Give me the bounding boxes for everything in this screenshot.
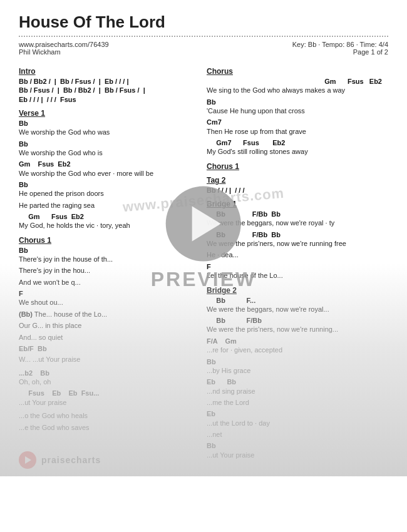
- lyric: ...o the God who heals: [19, 411, 200, 421]
- chord: Bb: [207, 357, 388, 366]
- lyric: ...e the God who saves: [19, 423, 200, 432]
- oh-block-1: ...b2 Bb Oh, oh, oh: [19, 369, 200, 387]
- chorus1-block-8: Eb/F Bb: [19, 344, 200, 353]
- lyric: ...re for · given, accepted: [207, 345, 388, 355]
- lyric: Our G... in this place: [19, 321, 200, 330]
- lyric: ...nd sing praise: [207, 387, 388, 396]
- sing-block-2: ...e the God who saves: [19, 423, 200, 432]
- lyric: He opened the prison doors: [19, 189, 200, 198]
- lyric: (Bb) The... house of the Lo...: [19, 310, 200, 319]
- chord: F/A Gm: [207, 337, 388, 345]
- meta-right: Key: Bb · Tempo: 86 · Time: 4/4 Page 1 o…: [292, 41, 388, 56]
- chord: Bb F/Bb: [207, 316, 388, 325]
- intro-line-3: Eb / / / | / / / Fsus: [19, 95, 200, 104]
- chord: Eb Bb: [207, 377, 388, 386]
- verse1-block-6: Gm Fsus Eb2 My God, he holds the vic · t…: [19, 212, 200, 231]
- chorus-r-block-4: Gm7 Fsus Eb2 My God's still rolling ston…: [207, 138, 388, 157]
- lyric: And we won't be q...: [19, 278, 200, 287]
- divider: [19, 36, 388, 37]
- song-author: Phil Wickham: [19, 48, 109, 56]
- sing-section: ...o the God who heals ...e the God who …: [19, 411, 200, 432]
- lyric: ...ut the Lord to · day: [207, 419, 388, 428]
- chord: Gm Fsus Eb2: [19, 212, 200, 221]
- verse1-block-2: Bb We worship the God who is: [19, 140, 200, 158]
- chord: Bb: [207, 441, 388, 450]
- lyric: We shout ou...: [19, 298, 200, 307]
- tag2-section: Tag 2 Bb / / / | / / /: [207, 176, 388, 195]
- footer-play-button[interactable]: [19, 451, 36, 469]
- oh-section: ...b2 Bb Oh, oh, oh Fsus Eb Eb Fsu... ..…: [19, 369, 200, 407]
- chorus-right-label: Chorus: [207, 67, 388, 76]
- page-number: Page 1 of 2: [353, 48, 388, 56]
- chorus1-block-6: Our G... in this place: [19, 321, 200, 330]
- lyric: We worship the God who ever · more will …: [19, 169, 200, 178]
- page: House Of The Lord www.praisecharts.com/7…: [0, 0, 407, 476]
- verse1-label: Verse 1: [19, 109, 200, 118]
- tag2-label: Tag 2: [207, 176, 388, 185]
- lyric: He parted the raging sea: [19, 201, 200, 210]
- chorus-r-block-2: Bb 'Cause He hung upon that cross: [207, 98, 388, 116]
- song-title: House Of The Lord: [19, 13, 388, 32]
- chorus1-block-2: There's joy in the hou...: [19, 266, 200, 275]
- sing-block-1: ...o the God who heals: [19, 411, 200, 421]
- bridge1-label: Bridge 1: [207, 200, 388, 208]
- oh-block-2: Fsus Eb Eb Fsu... ...ut Your praise: [19, 389, 200, 407]
- bridge1-block-4: F Let the house of the Lo...: [207, 262, 388, 281]
- chord: Fsus Eb Eb Fsu...: [19, 389, 200, 397]
- content-columns: Intro Bb / Bb2 / | Bb / Fsus / | Eb / / …: [19, 62, 388, 464]
- lyric: ...by His grace: [207, 366, 388, 376]
- lyric: We were the beggars, now we're royal...: [207, 305, 388, 314]
- lyric: 'Cause He hung upon that cross: [207, 106, 388, 116]
- chord: F: [207, 262, 388, 271]
- lyric: My God, he holds the vic · tory, yeah: [19, 221, 200, 230]
- chorus1-block-5: (Bb) The... house of the Lo...: [19, 310, 200, 319]
- chorus1-block-4: F We shout ou...: [19, 289, 200, 308]
- lyric: We worship the God who is: [19, 148, 200, 158]
- tag2-line: Bb / / / | / / /: [207, 186, 388, 195]
- bridge2-label: Bridge 2: [207, 286, 388, 295]
- lyric: Oh, oh, oh: [19, 377, 200, 387]
- bridge1-block-1: Bb F/Bb Bb We were the beggars, now we'r…: [207, 210, 388, 228]
- intro-section: Intro Bb / Bb2 / | Bb / Fsus / | Eb / / …: [19, 67, 200, 104]
- chorus1-label: Chorus 1: [19, 236, 200, 245]
- lyric: There's joy in the house of th...: [19, 255, 200, 264]
- lyric: ...ut Your praise: [207, 451, 388, 460]
- chord: Gm Fsus Eb2: [19, 160, 200, 168]
- left-column: Intro Bb / Bb2 / | Bb / Fsus / | Eb / / …: [19, 62, 200, 464]
- chord: Gm7 Fsus Eb2: [207, 138, 388, 147]
- chorus1-section: Chorus 1 Bb There's joy in the house of …: [19, 236, 200, 365]
- bridge2-block-8: ...net: [207, 430, 388, 439]
- verse1-block-5: He parted the raging sea: [19, 201, 200, 210]
- lyric: ...me the Lord: [207, 398, 388, 407]
- lyric: We were the pris'ners, now we're running…: [207, 325, 388, 334]
- lyric: There's joy in the hou...: [19, 266, 200, 275]
- lyric: ...net: [207, 430, 388, 439]
- chord: Bb: [19, 140, 200, 148]
- chorus1-block-1: Bb There's joy in the house of th...: [19, 246, 200, 265]
- lyric: ...ut Your praise: [19, 398, 200, 407]
- footer: praisecharts: [19, 451, 101, 469]
- bridge2-block-4: Bb ...by His grace: [207, 357, 388, 376]
- chord: Cm7: [207, 118, 388, 126]
- chord: ...b2 Bb: [19, 369, 200, 377]
- chord: Gm Fsus Eb2: [207, 77, 388, 86]
- intro-label: Intro: [19, 67, 200, 76]
- verse1-block-1: Bb We worship the God who was: [19, 119, 200, 138]
- chorus1-right-section: Chorus 1: [207, 162, 388, 171]
- bridge1-section: Bridge 1 Bb F/Bb Bb We were the beggars,…: [207, 200, 388, 280]
- chorus-right-section: Chorus Gm Fsus Eb2 We sing to the God wh…: [207, 67, 388, 157]
- right-column: Chorus Gm Fsus Eb2 We sing to the God wh…: [207, 62, 388, 464]
- meta-left: www.praisecharts.com/76439 Phil Wickham: [19, 41, 109, 56]
- chord: Bb: [19, 180, 200, 189]
- lyric: We sing to the God who always makes a wa…: [207, 86, 388, 95]
- chorus1-block-3: And we won't be q...: [19, 278, 200, 287]
- chord: Bb F/Bb Bb: [207, 210, 388, 218]
- lyric: He · dea...: [207, 250, 388, 260]
- chord: F: [19, 289, 200, 298]
- chorus-r-block-1: Gm Fsus Eb2 We sing to the God who alway…: [207, 77, 388, 96]
- intro-line-2: Bb / Fsus / | Bb / Bb2 / | Bb / Fsus / |: [19, 86, 200, 95]
- chorus1-block-9: W... ...ut Your praise: [19, 355, 200, 364]
- lyric: We were the beggars, now we're royal · t…: [207, 218, 388, 228]
- lyric: We were the pris'ners, now we're running…: [207, 239, 388, 248]
- chorus-r-block-3: Cm7 Then He rose up from that grave: [207, 118, 388, 136]
